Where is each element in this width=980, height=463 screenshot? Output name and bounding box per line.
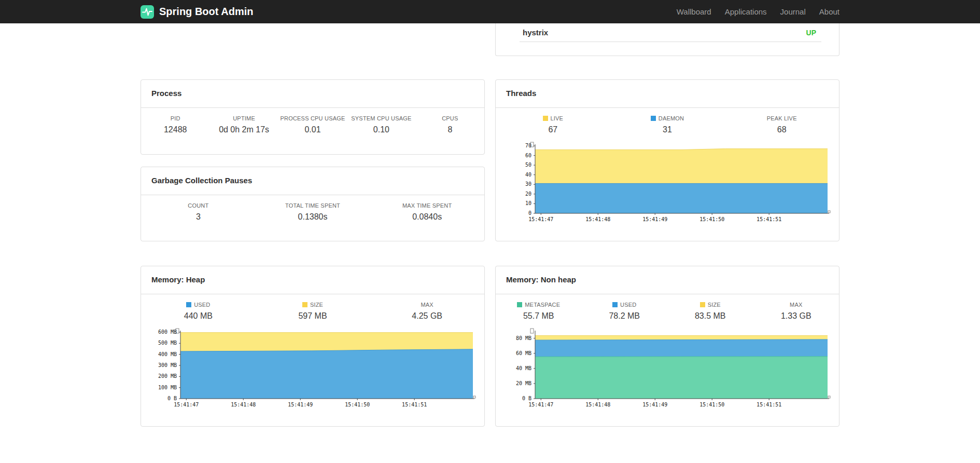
svg-text:100 MB: 100 MB xyxy=(158,385,177,390)
stat-value: 0.10 xyxy=(347,125,415,134)
stat-label: SYSTEM CPU USAGE xyxy=(347,115,415,121)
svg-text:60 MB: 60 MB xyxy=(516,350,531,356)
memory-heap-chart: 0 B100 MB200 MB300 MB400 MB500 MB600 MB1… xyxy=(149,327,476,412)
svg-text:20 MB: 20 MB xyxy=(516,380,531,386)
stat-value: 597 MB xyxy=(256,311,370,321)
stat-label: COUNT xyxy=(141,202,256,209)
svg-text:15:41:48: 15:41:48 xyxy=(585,402,610,407)
stat-value: 1.33 GB xyxy=(753,311,839,321)
legend-swatch-blue xyxy=(651,116,656,121)
svg-text:15:41:50: 15:41:50 xyxy=(699,216,724,222)
stat-value: 3 xyxy=(141,212,256,222)
process-panel-title: Process xyxy=(141,80,484,108)
svg-text:20: 20 xyxy=(525,191,531,197)
stat-system-cpu-usage: SYSTEM CPU USAGE 0.10 xyxy=(347,115,415,134)
stat-nonheap-metaspace: METASPACE 55.7 MB xyxy=(496,302,582,321)
svg-text:70: 70 xyxy=(525,143,531,148)
service-status-panel: hystrix UP xyxy=(495,23,839,56)
stat-value: 440 MB xyxy=(141,311,256,321)
nav-item-journal[interactable]: Journal xyxy=(780,7,806,16)
stat-pid: PID 12488 xyxy=(141,115,209,134)
stat-label: MAX xyxy=(753,302,839,308)
nav-item-applications[interactable]: Applications xyxy=(725,7,767,16)
stat-value: 8 xyxy=(416,125,484,134)
threads-panel: Threads LIVE 67 DAEMON 31 PEAK LIVE 68 0… xyxy=(495,79,839,241)
svg-text:15:41:51: 15:41:51 xyxy=(402,402,427,407)
svg-text:50: 50 xyxy=(525,162,531,168)
threads-panel-title: Threads xyxy=(496,80,839,108)
svg-text:15:41:47: 15:41:47 xyxy=(174,402,199,407)
stat-value: 0.1380s xyxy=(256,212,370,222)
svg-text:600 MB: 600 MB xyxy=(158,329,177,335)
stat-nonheap-max: MAX 1.33 GB xyxy=(753,302,839,321)
heap-stats: USED 440 MB SIZE 597 MB MAX 4.25 GB xyxy=(141,302,484,321)
navbar-menu: Wallboard Applications Journal About xyxy=(677,7,839,16)
memory-nonheap-panel: Memory: Non heap METASPACE 55.7 MB USED … xyxy=(495,266,839,427)
stat-label: USED xyxy=(582,302,668,308)
stat-value: 31 xyxy=(610,125,725,134)
stat-heap-used: USED 440 MB xyxy=(141,302,256,321)
process-panel: Process PID 12488 UPTIME 0d 0h 2m 17s PR… xyxy=(141,79,485,155)
svg-text:0 B: 0 B xyxy=(522,396,531,401)
brand-link[interactable]: Spring Boot Admin xyxy=(141,5,253,19)
stat-value: 0.01 xyxy=(278,125,347,134)
legend-swatch-yellow xyxy=(543,116,548,121)
svg-text:30: 30 xyxy=(525,181,531,187)
svg-text:300 MB: 300 MB xyxy=(158,362,177,368)
process-stats: PID 12488 UPTIME 0d 0h 2m 17s PROCESS CP… xyxy=(141,115,484,134)
svg-text:40 MB: 40 MB xyxy=(516,365,531,371)
stat-label: METASPACE xyxy=(496,302,582,308)
svg-text:15:41:49: 15:41:49 xyxy=(642,216,667,222)
stat-label: USED xyxy=(141,302,256,308)
stat-nonheap-size: SIZE 83.5 MB xyxy=(667,302,753,321)
memory-heap-panel: Memory: Heap USED 440 MB SIZE 597 MB MAX… xyxy=(141,266,485,427)
stat-label: PROCESS CPU USAGE xyxy=(278,115,347,121)
svg-text:200 MB: 200 MB xyxy=(158,373,177,379)
stat-nonheap-used: USED 78.2 MB xyxy=(582,302,668,321)
stat-process-cpu-usage: PROCESS CPU USAGE 0.01 xyxy=(278,115,347,134)
stat-value: 55.7 MB xyxy=(496,311,582,321)
service-status-row: hystrix UP xyxy=(496,23,839,42)
svg-text:500 MB: 500 MB xyxy=(158,340,177,346)
svg-text:15:41:49: 15:41:49 xyxy=(642,402,667,407)
nav-item-wallboard[interactable]: Wallboard xyxy=(677,7,711,16)
stat-value: 67 xyxy=(496,125,610,134)
divider xyxy=(520,42,821,42)
stat-value: 68 xyxy=(724,125,839,134)
stat-value: 0.0840s xyxy=(370,212,484,222)
svg-text:15:41:47: 15:41:47 xyxy=(528,402,553,407)
stat-threads-live: LIVE 67 xyxy=(496,115,610,134)
legend-swatch-green xyxy=(517,302,522,307)
gc-pauses-panel: Garbage Collection Pauses COUNT 3 TOTAL … xyxy=(141,167,485,241)
left-column: Process PID 12488 UPTIME 0d 0h 2m 17s PR… xyxy=(141,23,485,427)
stat-heap-max: MAX 4.25 GB xyxy=(370,302,484,321)
stat-value: 83.5 MB xyxy=(667,311,753,321)
stat-label: PEAK LIVE xyxy=(724,115,839,121)
nav-item-about[interactable]: About xyxy=(819,7,839,16)
stat-label: TOTAL TIME SPENT xyxy=(256,202,370,209)
stat-threads-daemon: DAEMON 31 xyxy=(610,115,725,134)
legend-swatch-yellow xyxy=(302,302,307,307)
stat-label: UPTIME xyxy=(209,115,278,121)
threads-stats: LIVE 67 DAEMON 31 PEAK LIVE 68 xyxy=(496,115,839,134)
svg-text:15:41:47: 15:41:47 xyxy=(528,216,553,222)
stat-label: MAX xyxy=(370,302,484,308)
gc-stats: COUNT 3 TOTAL TIME SPENT 0.1380s MAX TIM… xyxy=(141,202,484,222)
legend-swatch-blue xyxy=(186,302,191,307)
stat-gc-total-time: TOTAL TIME SPENT 0.1380s xyxy=(256,202,370,222)
top-navbar: Spring Boot Admin Wallboard Applications… xyxy=(0,0,980,23)
status-badge: UP xyxy=(806,29,816,37)
stat-cpus: CPUS 8 xyxy=(416,115,484,134)
svg-text:400 MB: 400 MB xyxy=(158,351,177,357)
legend-swatch-blue xyxy=(612,302,618,307)
stat-label: MAX TIME SPENT xyxy=(370,202,484,209)
right-column: hystrix UP Threads LIVE 67 DAEMON 31 PEA… xyxy=(495,23,839,427)
brand-title: Spring Boot Admin xyxy=(159,6,253,18)
stat-label: SIZE xyxy=(256,302,370,308)
memory-nonheap-chart: 0 B20 MB40 MB60 MB80 MB15:41:4715:41:481… xyxy=(504,327,831,412)
stat-value: 4.25 GB xyxy=(370,311,484,321)
legend-swatch-yellow xyxy=(700,302,705,307)
stat-heap-size: SIZE 597 MB xyxy=(256,302,370,321)
svg-text:60: 60 xyxy=(525,153,531,158)
gc-panel-title: Garbage Collection Pauses xyxy=(141,167,484,195)
